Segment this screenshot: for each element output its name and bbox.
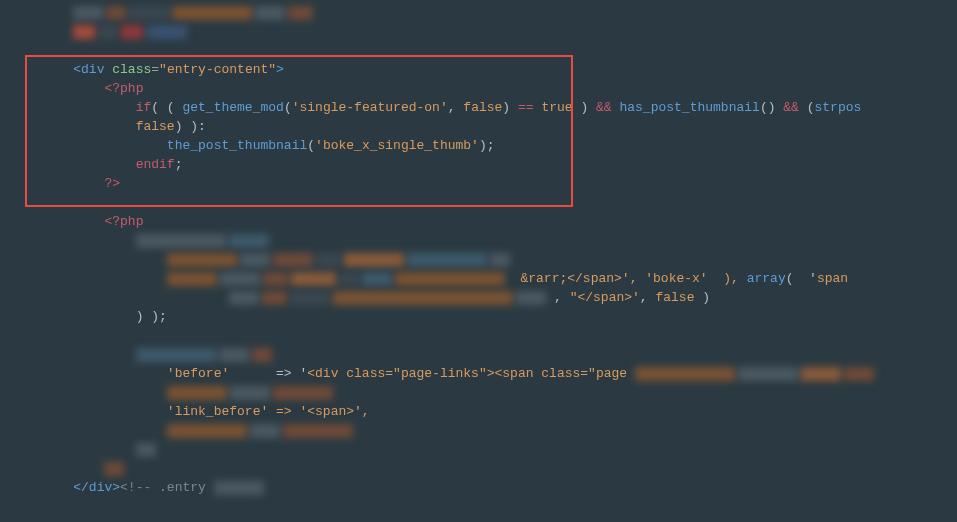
operator-and: &&: [783, 100, 799, 115]
array-key: 'before': [167, 366, 229, 381]
code-line: the_post_thumbnail('boke_x_single_thumb'…: [42, 136, 957, 155]
code-line: [42, 250, 957, 269]
string-literal: 'boke_x_single_thumb': [315, 138, 479, 153]
code-line: if( ( get_theme_mod('single-featured-on'…: [42, 98, 957, 117]
code-line: [42, 22, 957, 41]
close-paren: ) );: [136, 309, 167, 324]
keyword-endif: endif: [136, 157, 175, 172]
indent: [42, 62, 73, 77]
bool-false: false: [463, 100, 502, 115]
bool-false: false: [655, 290, 694, 305]
tag-open: <: [73, 62, 81, 77]
code-line: ) );: [42, 307, 957, 326]
operator-eq: ==: [518, 100, 534, 115]
code-line: false) ):: [42, 117, 957, 136]
func-strpos: strpos: [815, 100, 862, 115]
code-line: [42, 440, 957, 459]
func-array: array: [747, 271, 786, 286]
operator-and: &&: [596, 100, 612, 115]
code-line: [42, 421, 957, 440]
attr-name: class: [112, 62, 151, 77]
tag-name: div: [81, 62, 104, 77]
string-literal: 'single-featured-on': [292, 100, 448, 115]
code-line: 'before' => '<div class="page-links"><sp…: [42, 364, 957, 383]
bool-false: false: [136, 119, 175, 134]
keyword-if: if: [136, 100, 152, 115]
partial-string: "</span>': [570, 290, 640, 305]
code-line: [42, 326, 957, 345]
code-line: ?>: [42, 174, 957, 193]
tag-close: </: [73, 480, 89, 495]
php-open-tag: <?php: [104, 81, 143, 96]
code-line: [42, 231, 957, 250]
code-line: <?php: [42, 79, 957, 98]
code-line: <?php: [42, 212, 957, 231]
func-get-theme-mod: get_theme_mod: [182, 100, 283, 115]
func-the-post-thumbnail: the_post_thumbnail: [167, 138, 307, 153]
code-line: [42, 3, 957, 22]
code-line: 'link_before' => '<span>',: [42, 402, 957, 421]
partial-string: <div class="page-links"><span class="pag…: [307, 366, 627, 381]
bool-true: true: [541, 100, 572, 115]
tag-name: div: [89, 480, 112, 495]
code-line: </div><!-- .entry: [42, 478, 957, 497]
code-line: [42, 193, 957, 212]
code-line: [42, 41, 957, 60]
code-line: &rarr;</span>', 'boke-x' ), array( 'span: [42, 269, 957, 288]
array-entry: 'link_before' => '<span>',: [167, 404, 370, 419]
php-open-tag: <?php: [104, 214, 143, 229]
code-line: , "</span>', false ): [42, 288, 957, 307]
func-has-post-thumbnail: has_post_thumbnail: [619, 100, 759, 115]
code-line: [42, 459, 957, 478]
php-close-tag: ?>: [104, 176, 120, 191]
code-editor-content: <div class="entry-content"> <?php if( ( …: [42, 3, 957, 497]
html-comment: <!-- .entry: [120, 480, 206, 495]
code-line: <div class="entry-content">: [42, 60, 957, 79]
code-line: [42, 345, 957, 364]
code-line: endif;: [42, 155, 957, 174]
attr-value: "entry-content": [159, 62, 276, 77]
partial-string: span: [817, 271, 848, 286]
partial-string: &rarr;</span>', 'boke-x' ),: [520, 271, 746, 286]
code-line: [42, 383, 957, 402]
